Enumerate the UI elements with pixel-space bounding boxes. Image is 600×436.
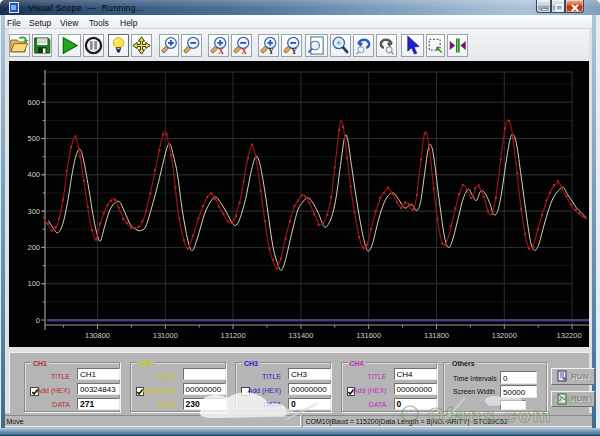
- svg-text:131800: 131800: [424, 331, 449, 340]
- svg-text:131600: 131600: [356, 331, 381, 340]
- svg-text:X: X: [218, 47, 224, 56]
- svg-text:X: X: [241, 47, 247, 56]
- svg-text:131200: 131200: [221, 331, 246, 340]
- svg-text:0: 0: [36, 316, 40, 325]
- svg-text:300: 300: [27, 207, 40, 216]
- svg-text:130800: 130800: [85, 331, 110, 340]
- svg-text:100: 100: [27, 279, 40, 288]
- svg-text:132200: 132200: [557, 331, 582, 340]
- svg-text:132000: 132000: [492, 331, 517, 340]
- svg-text:200: 200: [27, 243, 40, 252]
- svg-text:Y: Y: [291, 47, 297, 56]
- svg-text:400: 400: [27, 170, 40, 179]
- svg-text:131400: 131400: [288, 331, 313, 340]
- svg-text:131000: 131000: [153, 331, 178, 340]
- svg-text:500: 500: [27, 134, 40, 143]
- svg-text:600: 600: [27, 98, 40, 107]
- svg-text:Y: Y: [268, 47, 274, 56]
